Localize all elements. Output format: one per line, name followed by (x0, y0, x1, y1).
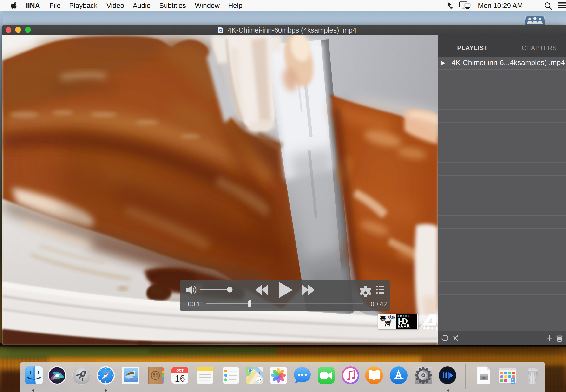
svg-text:00:11: 00:11 (188, 300, 204, 308)
svg-text:3D: 3D (257, 378, 261, 382)
svg-text:OCT: OCT (176, 368, 184, 372)
svg-text:Digital (: Digital ( (421, 325, 437, 330)
svg-text:00:42: 00:42 (371, 300, 387, 308)
svg-text:16: 16 (175, 374, 185, 384)
